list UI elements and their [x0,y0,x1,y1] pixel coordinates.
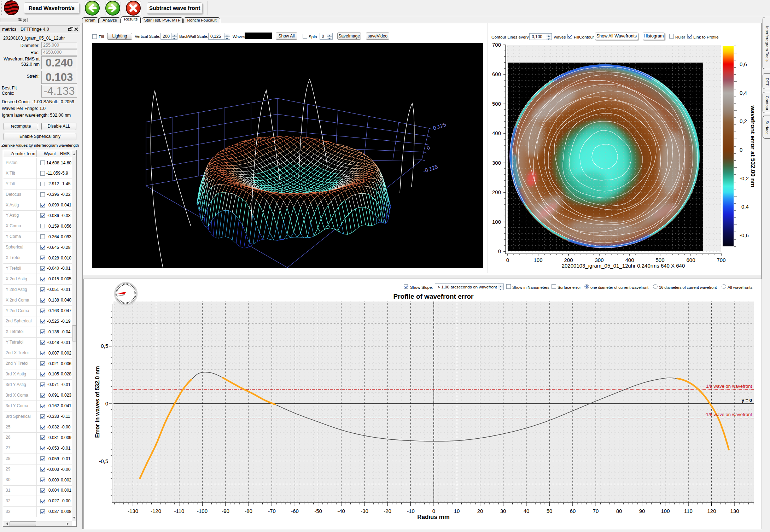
svg-text:80: 80 [616,508,622,514]
svg-text:70: 70 [593,508,599,514]
svg-text:-80: -80 [245,508,252,514]
svg-text:1/8 wave on wavefront: 1/8 wave on wavefront [706,384,752,389]
svg-text:-70: -70 [268,508,276,514]
svg-text:10: 10 [454,508,460,514]
svg-text:-130: -130 [128,508,138,514]
svg-text:120: 120 [707,508,716,514]
svg-text:Radius mm: Radius mm [417,514,450,520]
svg-text:-30: -30 [361,508,368,514]
svg-text:-0,5: -0,5 [99,458,108,464]
svg-text:110: 110 [684,508,693,514]
svg-text:-120: -120 [151,508,161,514]
svg-text:0: 0 [105,401,108,407]
svg-text:30: 30 [500,508,506,514]
svg-text:-10: -10 [407,508,415,514]
svg-text:-40: -40 [337,508,345,514]
svg-text:90: 90 [639,508,645,514]
svg-text:60: 60 [570,508,576,514]
svg-text:0: 0 [432,508,435,514]
svg-text:y = 0: y = 0 [742,398,752,403]
svg-text:-50: -50 [314,508,322,514]
svg-text:-1/8 wave on wavefront: -1/8 wave on wavefront [705,412,752,417]
svg-text:130: 130 [730,508,739,514]
svg-text:Error in waves of 532.0 nm: Error in waves of 532.0 nm [94,366,100,438]
svg-text:50: 50 [547,508,553,514]
svg-text:40: 40 [524,508,530,514]
svg-text:-100: -100 [197,508,208,514]
svg-text:-90: -90 [222,508,229,514]
svg-text:-110: -110 [174,508,185,514]
svg-text:-60: -60 [291,508,299,514]
svg-text:100: 100 [661,508,670,514]
svg-text:-20: -20 [384,508,391,514]
svg-text:Profile of wavefront error: Profile of wavefront error [393,293,474,300]
svg-text:20: 20 [477,508,483,514]
svg-text:0,5: 0,5 [101,343,108,349]
